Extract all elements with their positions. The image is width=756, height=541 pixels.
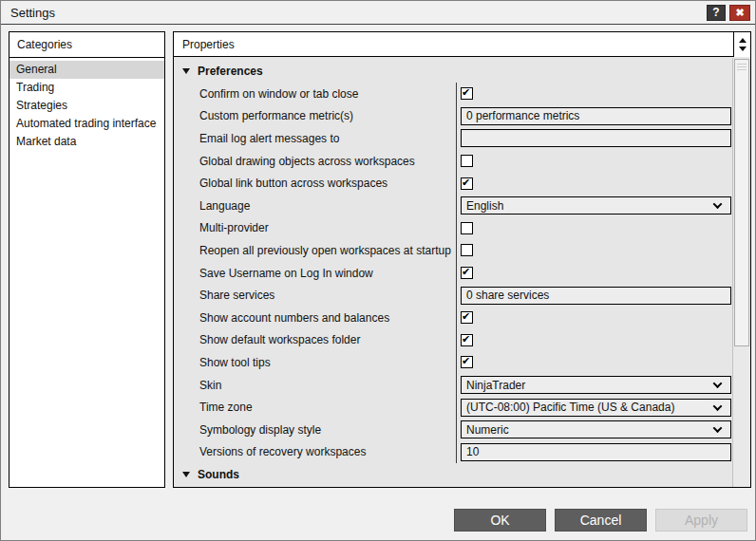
property-value-cell: [456, 83, 732, 105]
property-label: Skin: [174, 374, 456, 397]
property-value-cell: [456, 217, 732, 240]
property-value-cell: [456, 329, 732, 352]
ok-button[interactable]: OK: [454, 509, 546, 532]
scrollbar-thumb[interactable]: [734, 59, 749, 346]
property-value-cell: [456, 239, 732, 262]
properties-body: PreferencesConfirm on window or tab clos…: [174, 58, 750, 487]
property-label: Time zone: [174, 396, 456, 419]
close-button[interactable]: ✖: [729, 5, 750, 21]
text-field-email-log-alert-messages-to[interactable]: [461, 129, 731, 147]
property-row-confirm-on-window-or-tab-close: Confirm on window or tab close: [174, 83, 732, 105]
categories-header: Categories: [9, 32, 164, 58]
field-text: 0 performance metrics: [466, 109, 726, 122]
properties-header-label: Properties: [182, 38, 235, 51]
property-row-email-log-alert-messages-to: Email log alert messages to: [174, 127, 732, 150]
field-text: NinjaTrader: [466, 379, 714, 392]
property-row-global-link-button-across-workspaces: Global link button across workspaces: [174, 172, 732, 195]
cancel-button[interactable]: Cancel: [555, 509, 647, 532]
properties-header: Properties: [174, 32, 750, 57]
thumb-grip: [737, 64, 747, 72]
category-item-market-data[interactable]: Market data: [9, 133, 164, 151]
property-row-show-account-numbers-and-balances: Show account numbers and balances: [174, 307, 732, 329]
text-field-share-services[interactable]: 0 share services: [461, 287, 731, 305]
property-value-cell: [456, 150, 732, 173]
dropdown-language[interactable]: English: [461, 196, 731, 215]
window-title: Settings: [10, 6, 707, 20]
property-value-cell: 0 performance metrics: [456, 105, 732, 128]
category-item-trading[interactable]: Trading: [9, 79, 164, 97]
apply-button[interactable]: Apply: [655, 509, 747, 532]
property-label: Share services: [174, 284, 456, 307]
dropdown-time-zone[interactable]: (UTC-08:00) Pacific Time (US & Canada): [461, 399, 731, 417]
title-bar[interactable]: Settings ? ✖: [1, 1, 755, 25]
field-text: Numeric: [466, 423, 714, 437]
checkbox-show-tool-tips[interactable]: [461, 356, 473, 368]
collapse-arrow-icon: [182, 68, 190, 74]
property-label: Confirm on window or tab close: [174, 83, 456, 105]
field-text: English: [466, 199, 714, 213]
checkbox-global-drawing-objects-across-workspaces[interactable]: [461, 155, 473, 167]
chevron-down-icon: [713, 379, 723, 388]
field-text: 10: [466, 445, 726, 458]
property-value-cell: 10: [456, 441, 732, 464]
property-row-symbology-display-style: Symbology display styleNumeric: [174, 419, 732, 441]
property-label: Show default workspaces folder: [174, 329, 456, 352]
settings-window: Settings ? ✖ Categories GeneralTradingSt…: [0, 0, 756, 541]
checkbox-confirm-on-window-or-tab-close[interactable]: [461, 87, 473, 100]
dialog-button-row: OK Cancel Apply: [1, 509, 747, 532]
property-row-show-tool-tips: Show tool tips: [174, 351, 732, 374]
checkbox-show-account-numbers-and-balances[interactable]: [461, 311, 473, 324]
section-label: Sounds: [198, 468, 239, 481]
header-scroll-spinner: [733, 32, 750, 57]
field-text: (UTC-08:00) Pacific Time (US & Canada): [466, 401, 714, 414]
checkbox-show-default-workspaces-folder[interactable]: [461, 334, 473, 346]
property-row-versions-of-recovery-workspaces: Versions of recovery workspaces10: [174, 441, 732, 464]
field-text: 0 share services: [466, 289, 726, 302]
scroll-down-icon[interactable]: [739, 47, 747, 51]
property-value-cell: [456, 262, 732, 285]
property-label: Reopen all previously open workspaces at…: [174, 239, 456, 262]
category-item-automated-trading-interface[interactable]: Automated trading interface: [9, 115, 164, 133]
checkbox-global-link-button-across-workspaces[interactable]: [461, 177, 473, 190]
property-label: Email log alert messages to: [174, 127, 456, 150]
dropdown-symbology-display-style[interactable]: Numeric: [461, 420, 731, 438]
property-row-custom-performance-metric-s: Custom performance metric(s)0 performanc…: [174, 105, 732, 128]
dropdown-skin[interactable]: NinjaTrader: [461, 376, 731, 394]
property-row-share-services: Share services0 share services: [174, 284, 732, 307]
property-value-cell: [456, 351, 732, 374]
help-button[interactable]: ?: [707, 5, 726, 21]
property-label: Language: [174, 195, 456, 217]
property-value-cell: [456, 172, 732, 195]
categories-panel: Categories GeneralTradingStrategiesAutom…: [9, 31, 165, 488]
categories-list: GeneralTradingStrategiesAutomated tradin…: [9, 58, 164, 151]
chevron-down-icon: [713, 423, 723, 433]
property-value-cell: English: [456, 195, 732, 217]
property-label: Show tool tips: [174, 351, 456, 374]
property-label: Global link button across workspaces: [174, 172, 456, 195]
property-value-cell: [456, 127, 732, 150]
checkbox-save-username-on-log-in-window[interactable]: [461, 267, 473, 279]
section-header-preferences[interactable]: Preferences: [174, 60, 732, 83]
category-item-general[interactable]: General: [9, 61, 164, 79]
property-value-cell: NinjaTrader: [456, 374, 732, 397]
checkbox-reopen-all-previously-open-workspaces-at-startup[interactable]: [461, 244, 473, 256]
property-label: Multi-provider: [174, 217, 456, 240]
checkbox-multi-provider[interactable]: [461, 222, 473, 234]
section-label: Preferences: [198, 65, 263, 78]
property-row-reopen-all-previously-open-workspaces-at-startup: Reopen all previously open workspaces at…: [174, 239, 732, 262]
property-label: Save Username on Log In window: [174, 262, 456, 285]
property-value-cell: 0 share services: [456, 284, 732, 307]
chevron-down-icon: [713, 401, 723, 411]
scroll-up-icon[interactable]: [739, 38, 747, 43]
chevron-down-icon: [713, 199, 723, 209]
section-header-sounds[interactable]: Sounds: [174, 463, 732, 486]
text-field-versions-of-recovery-workspaces[interactable]: 10: [461, 443, 731, 461]
property-label: Versions of recovery workspaces: [174, 441, 456, 464]
property-row-language: LanguageEnglish: [174, 195, 732, 217]
category-item-strategies[interactable]: Strategies: [9, 97, 164, 115]
text-field-custom-performance-metric-s[interactable]: 0 performance metrics: [461, 107, 731, 125]
vertical-scrollbar[interactable]: [732, 58, 750, 487]
property-row-global-drawing-objects-across-workspaces: Global drawing objects across workspaces: [174, 150, 732, 173]
property-row-multi-provider: Multi-provider: [174, 217, 732, 240]
property-row-time-zone: Time zone(UTC-08:00) Pacific Time (US & …: [174, 396, 732, 419]
